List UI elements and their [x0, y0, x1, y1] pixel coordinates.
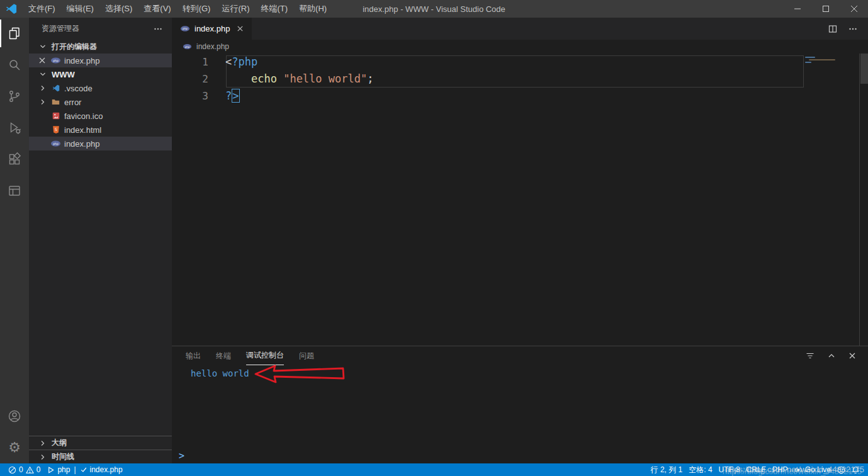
preview-panel-icon[interactable]: [0, 175, 29, 207]
svg-text:php: php: [182, 27, 187, 30]
chevron-right-icon: [38, 438, 50, 448]
bottom-panel: 输出 终端 调试控制台 问题 hello world >: [172, 346, 868, 463]
outline-section-header[interactable]: 大纲: [29, 436, 172, 450]
more-actions-icon[interactable]: [153, 24, 163, 34]
php-icon: php: [50, 55, 61, 65]
menu-terminal[interactable]: 终端(T): [255, 0, 293, 18]
panel-tab-debug-console[interactable]: 调试控制台: [246, 346, 284, 365]
menu-help[interactable]: 帮助(H): [293, 0, 332, 18]
workspace-header-www[interactable]: WWW: [29, 67, 172, 81]
minimize-button[interactable]: [783, 0, 811, 18]
filter-icon[interactable]: [805, 351, 815, 361]
tree-item-favicon-ico[interactable]: favicon.ico: [29, 109, 172, 123]
chevron-down-icon: [38, 42, 50, 52]
open-editor-item-index-php[interactable]: php index.php: [29, 54, 172, 67]
warning-icon: [26, 466, 34, 474]
tab-bar: php index.php: [172, 18, 868, 40]
menu-file[interactable]: 文件(F): [23, 0, 61, 18]
php-icon: php: [179, 24, 190, 34]
language-mode[interactable]: PHP: [769, 463, 791, 476]
breadcrumb[interactable]: php index.php: [172, 40, 868, 54]
line-number: 2: [172, 71, 208, 88]
run-status-item[interactable]: php | index.php: [43, 463, 125, 476]
scrollbar-thumb[interactable]: [860, 54, 868, 84]
panel-tab-problems[interactable]: 问题: [299, 346, 314, 365]
image-icon: [50, 111, 61, 121]
settings-gear-icon[interactable]: ⚙: [0, 432, 29, 463]
title-bar: 文件(F) 编辑(E) 选择(S) 查看(V) 转到(G) 运行(R) 终端(T…: [0, 0, 868, 18]
window-controls: [783, 0, 868, 18]
menu-bar: 文件(F) 编辑(E) 选择(S) 查看(V) 转到(G) 运行(R) 终端(T…: [23, 0, 332, 18]
extensions-icon[interactable]: [0, 144, 29, 175]
tree-item-vscode-folder[interactable]: .vscode: [29, 81, 172, 95]
code-line-2: 2 echo "hello world";: [172, 71, 868, 88]
menu-view[interactable]: 查看(V): [138, 0, 176, 18]
close-panel-icon[interactable]: [848, 351, 857, 360]
run-and-debug-icon[interactable]: [0, 112, 29, 144]
problems-indicator[interactable]: 0 0: [5, 463, 43, 476]
broadcast-icon: [794, 466, 803, 474]
tree-item-error-folder[interactable]: error: [29, 95, 172, 109]
chevron-down-icon: [38, 69, 50, 79]
notifications-bell-icon[interactable]: [848, 463, 863, 476]
svg-text:php: php: [53, 59, 59, 62]
svg-text:5: 5: [55, 127, 57, 132]
feedback-icon[interactable]: [834, 463, 848, 476]
menu-selection[interactable]: 选择(S): [99, 0, 138, 18]
tree-item-index-php[interactable]: php index.php: [29, 137, 172, 150]
scrollbar[interactable]: [859, 54, 868, 346]
code-line-3: 3 ?>: [172, 88, 868, 105]
maximize-panel-icon[interactable]: [826, 351, 837, 361]
minimap[interactable]: [804, 55, 858, 93]
php-icon: php: [182, 42, 193, 52]
eol-setting[interactable]: CRLF: [743, 463, 769, 476]
go-live-button[interactable]: Go Live: [791, 463, 834, 476]
menu-edit[interactable]: 编辑(E): [61, 0, 99, 18]
sidebar-title: 资源管理器: [42, 23, 79, 34]
debug-console-output[interactable]: hello world >: [172, 365, 868, 463]
console-output-text: hello world: [191, 368, 249, 378]
red-arrow-annotation: [252, 363, 347, 385]
tree-item-index-html[interactable]: 5 index.html: [29, 123, 172, 137]
cursor-position[interactable]: 行 2, 列 1: [648, 463, 686, 476]
sidebar: 资源管理器 打开的编辑器 php index.php WWW .vscode: [29, 18, 172, 463]
svg-text:php: php: [185, 45, 190, 48]
indentation-setting[interactable]: 空格: 4: [685, 463, 715, 476]
close-button[interactable]: [840, 0, 868, 18]
vscode-folder-icon: [50, 83, 61, 93]
close-icon[interactable]: [38, 56, 50, 65]
tab-index-php[interactable]: php index.php: [172, 18, 252, 40]
error-icon: [8, 466, 16, 474]
tab-close-icon[interactable]: [236, 25, 244, 33]
play-icon: [47, 466, 55, 474]
debug-console-prompt[interactable]: >: [179, 450, 184, 462]
vscode-logo-icon: [0, 3, 23, 14]
open-editors-header[interactable]: 打开的编辑器: [29, 40, 172, 54]
php-icon: php: [50, 139, 61, 149]
chevron-right-icon: [38, 83, 50, 93]
more-actions-icon[interactable]: [848, 24, 858, 34]
svg-text:php: php: [53, 142, 59, 145]
chevron-right-icon: [38, 452, 50, 462]
menu-run[interactable]: 运行(R): [216, 0, 255, 18]
line-number: 3: [172, 88, 208, 105]
split-editor-icon[interactable]: [828, 24, 838, 34]
line-number: 1: [172, 54, 208, 71]
panel-tab-output[interactable]: 输出: [186, 346, 201, 365]
explorer-icon[interactable]: [0, 18, 29, 49]
chevron-right-icon: [38, 97, 50, 107]
panel-tab-terminal[interactable]: 终端: [216, 346, 231, 365]
editor-area: php index.php php index.php 1 <?php 2 ec…: [172, 18, 868, 463]
search-icon[interactable]: [0, 49, 29, 81]
html-icon: 5: [50, 125, 61, 135]
source-control-icon[interactable]: [0, 81, 29, 112]
menu-go[interactable]: 转到(G): [177, 0, 217, 18]
code-editor[interactable]: 1 <?php 2 echo "hello world"; 3 ?>: [172, 54, 868, 346]
timeline-section-header[interactable]: 时间线: [29, 450, 172, 463]
encoding-setting[interactable]: UTF-8: [716, 463, 743, 476]
check-icon: [80, 466, 87, 473]
folder-icon: [50, 97, 61, 107]
account-icon[interactable]: [0, 400, 29, 432]
maximize-button[interactable]: [811, 0, 840, 18]
status-bar: 0 0 php | index.php 行 2, 列 1 空格: 4 UTF-8…: [0, 463, 868, 476]
